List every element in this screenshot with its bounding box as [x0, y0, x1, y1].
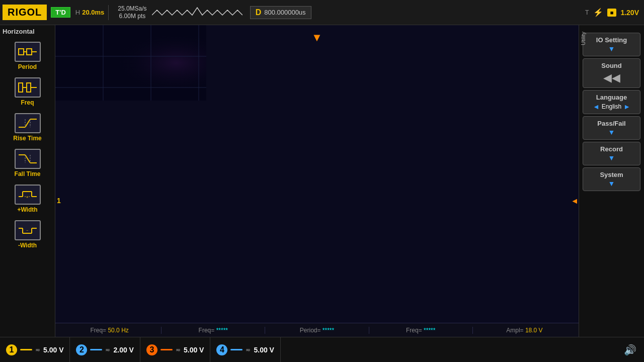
ch4-line-indicator	[230, 349, 243, 350]
ch4-coupling: ≂	[246, 346, 251, 353]
ch3-number: 3	[146, 344, 157, 355]
system-button[interactable]: System ▼	[583, 167, 640, 191]
record-label: Record	[585, 145, 638, 153]
ch3-line-indicator	[160, 349, 173, 350]
meas-freq-3: Freq= *****	[369, 327, 473, 334]
period-label: Period	[18, 63, 37, 70]
sidebar-item-rise-time[interactable]: Rise Time	[5, 110, 50, 145]
lang-arrow-left: ◄	[593, 103, 600, 111]
left-sidebar: Horizontal Period Freq	[0, 25, 55, 337]
top-bar: RIGOL T'D H 20.0ms 25.0MSa/s 6.00M pts D…	[0, 0, 644, 25]
record-arrow: ▼	[585, 154, 638, 162]
right-sidebar: Utility IO Setting ▼ Sound ◀◀ Language ◄…	[579, 25, 644, 337]
ch1-number: 1	[6, 344, 17, 355]
channel-1-info[interactable]: 1 ≂ 5.00 V	[0, 337, 70, 362]
level-marker: 1	[55, 197, 62, 205]
h-label: H	[75, 9, 80, 16]
channel-2-info[interactable]: 2 ≂ 2.00 V	[70, 337, 140, 362]
svg-text:+: +	[26, 196, 28, 199]
rise-time-icon	[15, 113, 41, 133]
sound-icon: ◀◀	[603, 71, 620, 84]
system-arrow: ▼	[585, 179, 638, 188]
svg-rect-1	[27, 49, 32, 55]
wave-indicator	[152, 5, 243, 20]
bottom-sound-icon[interactable]: 🔊	[624, 337, 644, 362]
sample-rate: 25.0MSa/s	[118, 5, 146, 12]
rise-time-label: Rise Time	[13, 135, 41, 142]
svg-line-14	[25, 155, 30, 163]
sound-label: Sound	[585, 62, 638, 69]
trigger-level-marker: ◄	[571, 197, 579, 206]
meas-ampl: Ampl= 18.0 V	[473, 327, 576, 334]
svg-line-9	[25, 119, 30, 127]
ch2-number: 2	[76, 344, 87, 355]
battery-icon: ■	[607, 9, 617, 17]
plus-width-icon: +	[15, 185, 41, 205]
ch2-line-indicator	[90, 349, 102, 350]
language-label: Language	[585, 94, 638, 101]
svg-rect-4	[19, 83, 23, 92]
mode-badge: T'D	[51, 7, 70, 18]
oscilloscope-display: ▼ 1 ◄	[55, 25, 579, 337]
sidebar-item-plus-width[interactable]: + +Width	[5, 182, 50, 216]
meas-freq-2: Freq= *****	[162, 327, 265, 334]
sidebar-item-freq[interactable]: Freq	[5, 74, 50, 109]
t-label: T	[585, 9, 589, 16]
sidebar-item-minus-width[interactable]: − -Width	[5, 217, 50, 252]
freq-icon	[15, 77, 41, 98]
io-setting-button[interactable]: IO Setting ▼	[583, 33, 640, 56]
grid	[55, 25, 206, 101]
svg-rect-5	[27, 83, 31, 92]
ch4-voltage: 5.00 V	[254, 346, 274, 354]
utility-label: Utility	[580, 32, 586, 45]
meas-freq-1: Freq= 50.0 Hz	[58, 327, 162, 334]
pass-fail-arrow: ▼	[585, 128, 638, 136]
language-sub: ◄ English ►	[585, 103, 638, 111]
trigger-arrow: ▼	[311, 31, 323, 44]
io-setting-label: IO Setting	[585, 36, 638, 44]
fall-time-icon	[15, 149, 41, 169]
ch1-line-indicator	[20, 349, 32, 350]
fall-time-label: Fall Time	[15, 170, 41, 177]
svg-text:−: −	[26, 229, 28, 232]
sidebar-item-period[interactable]: Period	[5, 39, 50, 73]
language-value: English	[602, 103, 621, 110]
bottom-speaker-icon: 🔊	[624, 344, 636, 356]
freq-label: Freq	[21, 99, 34, 106]
ch3-voltage: 5.00 V	[184, 346, 204, 354]
lightning-icon: ⚡	[593, 8, 603, 17]
ch2-coupling: ≂	[105, 346, 110, 353]
ch3-coupling: ≂	[176, 346, 181, 353]
pass-fail-button[interactable]: Pass/Fail ▼	[583, 116, 640, 140]
ch1-voltage: 5.00 V	[43, 346, 63, 354]
measurement-bar: Freq= 50.0 Hz Freq= ***** Period= ***** …	[55, 323, 579, 337]
meas-period: Period= *****	[265, 327, 369, 334]
plus-width-label: +Width	[17, 206, 37, 213]
pass-fail-label: Pass/Fail	[585, 120, 638, 127]
sidebar-item-fall-time[interactable]: Fall Time	[5, 146, 50, 180]
ch4-number: 4	[216, 344, 227, 355]
system-label: System	[585, 171, 638, 178]
minus-width-label: -Width	[18, 242, 37, 249]
channel-3-info[interactable]: 3 ≂ 5.00 V	[140, 337, 210, 362]
ch1-coupling: ≂	[35, 346, 40, 353]
minus-width-icon: −	[15, 220, 41, 240]
logo: RIGOL	[3, 5, 47, 20]
record-button[interactable]: Record ▼	[583, 142, 640, 165]
ch2-voltage: 2.00 V	[113, 346, 133, 354]
horizontal-label: Horizontal	[3, 28, 35, 35]
io-setting-arrow: ▼	[585, 45, 638, 53]
bottom-bar: 1 ≂ 5.00 V 2 ≂ 2.00 V 3 ≂ 5.00 V 4 ≂ 5.0…	[0, 337, 644, 362]
channel-4-info[interactable]: 4 ≂ 5.00 V	[210, 337, 280, 362]
language-button[interactable]: Language ◄ English ►	[583, 90, 640, 114]
d-value: 800.000000us	[264, 9, 305, 16]
d-section: D 800.000000us	[250, 6, 311, 19]
trigger-section: T ⚡ ■ 1.20V	[585, 8, 639, 17]
sound-button[interactable]: Sound ◀◀	[583, 58, 640, 88]
sample-pts: 6.00M pts	[119, 13, 146, 20]
svg-rect-0	[19, 49, 24, 55]
svg-rect-32	[55, 25, 206, 101]
lang-arrow-right: ►	[623, 103, 630, 111]
period-icon	[15, 42, 41, 62]
h-value: 20.0ms	[82, 9, 104, 16]
